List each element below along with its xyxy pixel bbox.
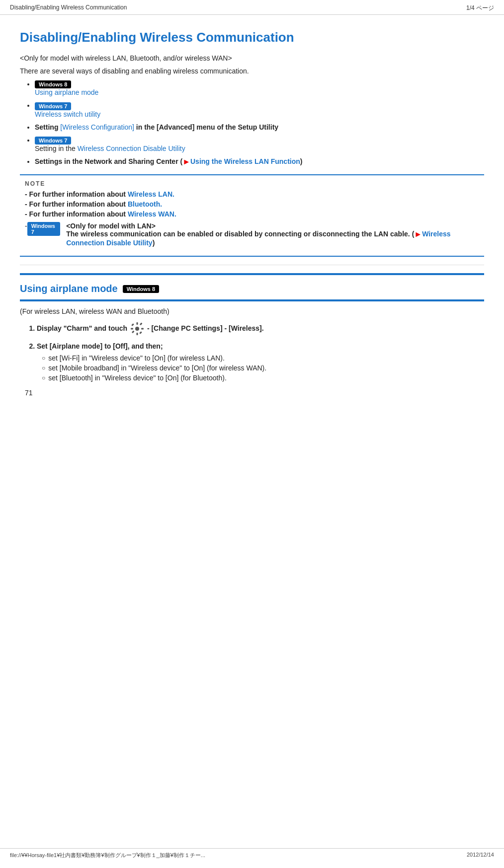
svg-rect-5 (131, 324, 134, 327)
section2-title: Using airplane mode (20, 283, 118, 294)
main-content: Disabling/Enabling Wireless Communicatio… (0, 15, 504, 415)
gear-icon (131, 322, 144, 335)
wireless-switch-link[interactable]: Wireless switch utility (35, 110, 100, 118)
win7-badge: Windows 7 (35, 102, 71, 110)
page-footer: file://¥¥Horsay-file1¥社内書類¥勤務簿¥制作グループ¥制作… (0, 848, 504, 859)
sub-bullet-1: set [Wi-Fi] in "Wireless device" to [On]… (42, 354, 484, 362)
page-title: Disabling/Enabling Wireless Communicatio… (20, 30, 484, 45)
list-item: Windows 8 Using airplane mode (35, 80, 484, 96)
bluetooth-note-link[interactable]: Bluetooth. (128, 200, 162, 208)
section-divider (20, 265, 484, 265)
svg-rect-4 (141, 328, 144, 330)
section-heading-bar (20, 273, 484, 275)
win8-badge-section2: Windows 8 (123, 285, 159, 293)
svg-rect-7 (132, 331, 135, 334)
step1-text1: Display "Charm" and touch (37, 324, 127, 332)
page-number: 71 (20, 389, 484, 397)
intro2: There are several ways of disabling and … (20, 67, 484, 75)
red-arrow-icon-2: ► (414, 230, 422, 238)
svg-rect-8 (140, 323, 143, 326)
main-bullet-list: Windows 8 Using airplane mode Windows 7 … (20, 80, 484, 166)
svg-rect-2 (136, 333, 138, 335)
bullet3-suffix: in the [Advanced] menu of the Setup Util… (134, 123, 278, 131)
svg-rect-3 (131, 328, 133, 330)
page-header: Disabling/Enabling Wireless Communicatio… (0, 0, 504, 15)
step-1: Display "Charm" and touch - [Change PC S… (37, 322, 484, 335)
header-title: Disabling/Enabling Wireless Communicatio… (10, 4, 127, 12)
list-item: Settings in the Network and Sharing Cent… (35, 157, 484, 166)
section-title-row: Using airplane mode Windows 8 (20, 283, 484, 294)
sub-bullet-3: set [Bluetooth] in "Wireless device" to … (42, 374, 484, 382)
step-2: Set [Airplane mode] to [Off], and then; … (37, 342, 484, 382)
list-item: Setting [Wireless Configuration] in the … (35, 123, 484, 131)
wireless-lan-function-link[interactable]: Using the Wireless LAN Function (190, 157, 300, 165)
note-item-1: - For further information about Wireless… (20, 190, 484, 198)
step2-subitems: set [Wi-Fi] in "Wireless device" to [On]… (37, 354, 484, 382)
bullet4-prefix: Setting in the (35, 145, 78, 152)
bullet3-prefix: Setting (35, 123, 60, 131)
win7-badge-2: Windows 7 (35, 137, 71, 145)
wireless-disable-link[interactable]: Wireless Connection Disable Utility (78, 145, 185, 152)
note-lan-cable-text: The wireless communication can be enable… (66, 230, 484, 247)
svg-point-0 (135, 327, 139, 331)
intro1: <Only for model with wireless LAN, Bluet… (20, 54, 484, 62)
list-item: Windows 7 Setting in the Wireless Connec… (35, 136, 484, 152)
header-page: 1/4 ページ (466, 4, 494, 12)
steps-list: Display "Charm" and touch - [Change PC S… (20, 322, 484, 382)
note-item-2: - For further information about Bluetoot… (20, 200, 484, 208)
section2-intro: (For wireless LAN, wireless WAN and Blue… (20, 307, 484, 315)
red-arrow-icon: ► (182, 157, 190, 166)
wireless-wan-note-link[interactable]: Wireless WAN. (128, 210, 176, 218)
list-item: Windows 7 Wireless switch utility (35, 101, 484, 118)
using-airplane-mode-link[interactable]: Using airplane mode (35, 88, 98, 96)
wireless-lan-note-link[interactable]: Wireless LAN. (128, 190, 174, 198)
footer-left: file://¥¥Horsay-file1¥社内書類¥勤務簿¥制作グループ¥制作… (10, 852, 205, 859)
note-win7-row: - Windows 7 <Only for model with LAN> Th… (20, 222, 484, 247)
note-item-3: - For further information about Wireless… (20, 210, 484, 218)
note-lan-only: <Only for model with LAN> (66, 222, 484, 230)
bullet5-prefix: Settings in the Network and Sharing Cent… (35, 157, 182, 165)
svg-rect-6 (139, 332, 142, 335)
footer-right: 2012/12/14 (467, 852, 494, 859)
win7-badge-note: Windows 7 (27, 222, 60, 236)
sub-bullet-2: set [Mobile broadband] in "Wireless devi… (42, 364, 484, 372)
win8-badge: Windows 8 (35, 80, 71, 88)
wireless-config-link[interactable]: [Wireless Configuration] (60, 123, 134, 131)
bullet5-suffix: ) (300, 157, 303, 165)
step2-text: Set [Airplane mode] to [Off], and then; (37, 342, 163, 350)
step1-text2: - [Change PC Settings] - [Wireless]. (147, 324, 264, 332)
note-section: NOTE - For further information about Wir… (20, 174, 484, 257)
svg-rect-1 (136, 322, 138, 325)
note-win7-content: <Only for model with LAN> The wireless c… (66, 222, 484, 247)
section-heading-bar-bottom (20, 299, 484, 301)
note-label: NOTE (20, 180, 484, 187)
